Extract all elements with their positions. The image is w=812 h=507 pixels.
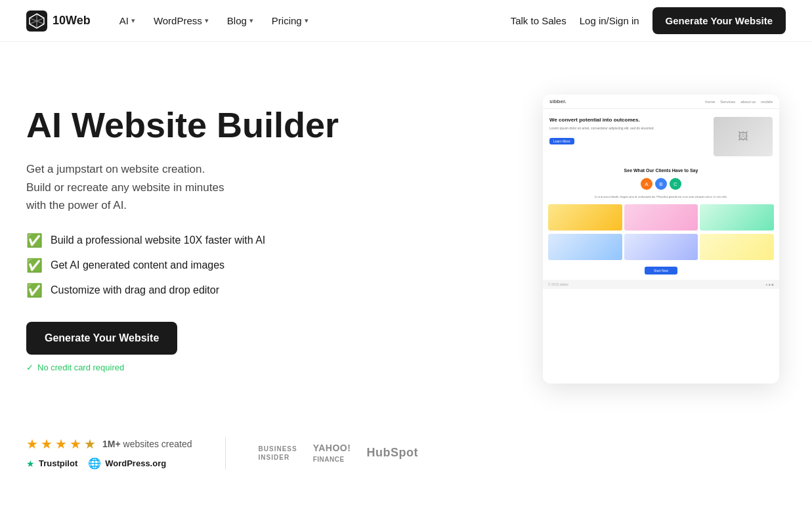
star-icon: ★: [70, 436, 81, 452]
website-preview: sibber. home Services about us mobile We…: [543, 95, 779, 384]
mock-grid-item: [548, 234, 622, 260]
hero-section: AI Website Builder Get a jumpstart on we…: [0, 42, 812, 423]
chevron-down-icon: ▾: [249, 16, 253, 25]
wordpress-icon: 🌐: [88, 457, 101, 470]
check-icon: ✅: [26, 282, 43, 298]
logo-link[interactable]: 10Web: [26, 11, 91, 32]
mock-grid-item: [548, 204, 622, 231]
trustpilot-badge: ★ Trustpilot: [26, 458, 77, 469]
star-icon: ★: [41, 436, 53, 452]
mock-logo: sibber.: [549, 99, 566, 104]
mock-avatars: A B C: [543, 178, 779, 190]
mock-hero-image: 🖼: [714, 117, 773, 156]
mock-grid-item: [700, 204, 774, 231]
mock-hero-content: We convert potential into outcomes. Lore…: [549, 117, 773, 156]
nav-link-blog[interactable]: Blog ▾: [219, 10, 261, 32]
hero-title: AI Website Builder: [26, 106, 368, 144]
star-icon: ★: [55, 436, 67, 452]
mock-avatar: B: [655, 178, 667, 190]
nav-right: Talk to Sales Log in/Sign in Generate Yo…: [511, 7, 786, 34]
mock-avatar: A: [641, 178, 652, 190]
navigation: 10Web AI ▾ WordPress ▾ Blog ▾ Pricing ▾ …: [0, 0, 812, 42]
nav-link-pricing[interactable]: Pricing ▾: [264, 10, 316, 32]
mock-grid-item: [624, 204, 698, 231]
nav-generate-button[interactable]: Generate Your Website: [652, 7, 786, 34]
hero-preview: sibber. home Services about us mobile We…: [536, 95, 786, 384]
mock-avatar: C: [670, 178, 681, 190]
star-rating: ★ ★ ★ ★ ★ 1M+ websites created: [26, 436, 192, 452]
mock-image-placeholder: 🖼: [714, 117, 773, 156]
ratings: ★ ★ ★ ★ ★ 1M+ websites created ★ Trustpi…: [26, 436, 192, 470]
hero-features-list: ✅ Build a professional website 10X faste…: [26, 232, 368, 298]
logo-icon: [26, 11, 47, 32]
check-icon: ✅: [26, 232, 43, 248]
business-insider-logo: BUSINESSINSIDER: [259, 445, 297, 462]
logo-text: 10Web: [53, 14, 91, 28]
mock-nav-links: home Services about us mobile: [705, 100, 773, 104]
chevron-down-icon: ▾: [131, 16, 135, 25]
wordpress-label: WordPress.org: [105, 458, 166, 468]
feature-item: ✅ Customize with drag and drop editor: [26, 282, 368, 298]
website-count: 1M+ websites created: [102, 439, 192, 449]
no-credit-card-notice: ✓ No credit card required: [26, 363, 368, 372]
social-proof-section: ★ ★ ★ ★ ★ 1M+ websites created ★ Trustpi…: [0, 423, 812, 496]
mock-heading: We convert potential into outcomes.: [549, 117, 708, 123]
mock-paragraph: Lorem ipsum dolor sit amet, consectetur …: [549, 126, 708, 131]
hero-content: AI Website Builder Get a jumpstart on we…: [26, 106, 368, 372]
yahoo-finance-logo: YAHOO!FINANCE: [313, 443, 351, 464]
mock-grid-item: [624, 234, 698, 260]
chevron-down-icon: ▾: [205, 16, 209, 25]
image-icon: 🖼: [738, 131, 748, 143]
trustpilot-icon: ★: [26, 458, 35, 469]
trust-badges: ★ Trustpilot 🌐 WordPress.org: [26, 457, 192, 470]
hubspot-logo: HubSpot: [366, 446, 417, 460]
divider: [225, 437, 226, 470]
chevron-down-icon: ▾: [305, 16, 309, 25]
check-icon: ✅: [26, 257, 43, 273]
star-icon: ★: [26, 436, 38, 452]
nav-left: 10Web AI ▾ WordPress ▾ Blog ▾ Pricing ▾: [26, 10, 316, 32]
hero-subtitle: Get a jumpstart on website creation. Bui…: [26, 160, 368, 214]
mock-cta-button: Learn More: [549, 138, 574, 144]
hero-generate-button[interactable]: Generate Your Website: [26, 322, 177, 355]
mock-image-grid: [543, 204, 779, 231]
mock-start-button: Start Now: [645, 267, 677, 275]
nav-link-wordpress[interactable]: WordPress ▾: [146, 10, 217, 32]
feature-item: ✅ Get AI generated content and images: [26, 257, 368, 273]
nav-links: AI ▾ WordPress ▾ Blog ▾ Pricing ▾: [112, 10, 316, 32]
brand-logos: BUSINESSINSIDER YAHOO!FINANCE HubSpot: [259, 443, 418, 464]
mock-testimonial: In ut at purus blandit, feugiat urna id,…: [543, 195, 779, 199]
talk-to-sales-link[interactable]: Talk to Sales: [511, 15, 566, 26]
mock-grid-item: [700, 234, 774, 260]
mock-section-title: See What Our Clients Have to Say: [543, 168, 779, 173]
star-half-icon: ★: [84, 436, 96, 452]
nav-link-ai[interactable]: AI ▾: [112, 10, 143, 32]
mock-footer: © 2023 sibber ● ■ ◆: [543, 280, 779, 289]
feature-item: ✅ Build a professional website 10X faste…: [26, 232, 368, 248]
mock-nav: sibber. home Services about us mobile: [543, 95, 779, 109]
check-icon: ✓: [26, 363, 33, 372]
trustpilot-label: Trustpilot: [39, 458, 77, 468]
mock-image-grid2: [543, 234, 779, 260]
mock-hero-text: We convert potential into outcomes. Lore…: [549, 117, 708, 145]
login-link[interactable]: Log in/Sign in: [580, 15, 639, 26]
wordpress-badge: 🌐 WordPress.org: [88, 457, 166, 470]
preview-inner: sibber. home Services about us mobile We…: [543, 95, 779, 384]
mock-hero-section: We convert potential into outcomes. Lore…: [543, 110, 779, 163]
